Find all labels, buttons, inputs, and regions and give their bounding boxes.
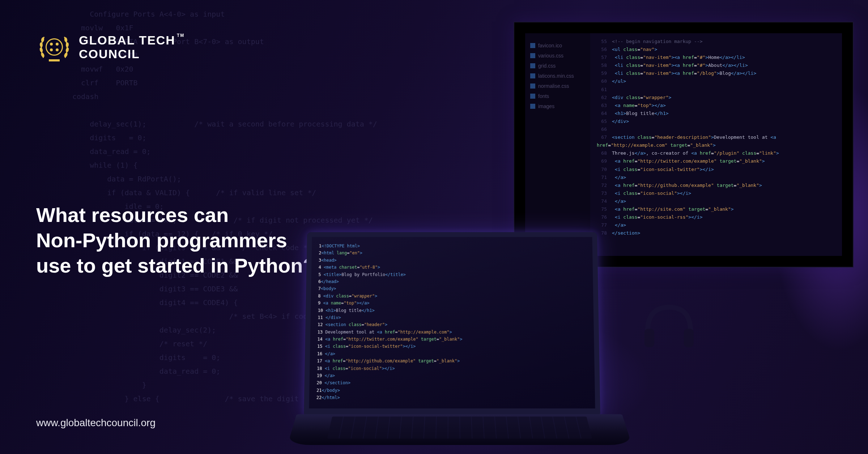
svg-point-11 — [56, 43, 59, 46]
code-line: 66 — [597, 125, 835, 133]
code-line: 14 <a href="http://twitter.com/example" … — [317, 336, 587, 343]
svg-point-1 — [39, 47, 43, 53]
file-icon — [530, 63, 535, 68]
code-line: 59 <li class="nav-item"><a href="/blog">… — [597, 69, 835, 77]
code-line: 10 <h1>Blog title</h1> — [318, 307, 587, 314]
file-label: fonts — [538, 93, 549, 99]
headline-line2: Non-Python programmers — [36, 228, 315, 253]
code-editor: favicon.icovarious.cssgrid.csslaticons.m… — [525, 33, 842, 256]
code-line: 57 <li class="nav-item"><a href="#">Home… — [597, 53, 835, 61]
svg-rect-15 — [644, 329, 654, 347]
code-line: 18 <i class="icon-social"></i> — [317, 365, 587, 372]
code-line: 16 </a> — [317, 350, 587, 357]
code-line: 74 </a> — [597, 197, 835, 205]
code-line: 7<body> — [318, 285, 586, 292]
file-label: normalise.css — [538, 83, 569, 89]
svg-rect-16 — [684, 329, 694, 347]
code-line: 8 <div class="wrapper"> — [318, 292, 586, 300]
svg-point-10 — [50, 43, 53, 46]
file-label: laticons.min.css — [538, 73, 574, 79]
svg-point-0 — [40, 52, 45, 58]
code-line: 71 </a> — [597, 174, 835, 181]
sidebar-file-item: fonts — [529, 91, 587, 101]
code-line: 12 <section class="header"> — [318, 321, 587, 329]
headline-text: What resources can Non-Python programmer… — [36, 202, 315, 278]
code-line: 77 </a> — [597, 221, 835, 229]
file-icon — [530, 53, 535, 58]
code-line: 76 <i class="icon-social-rss"></i> — [597, 213, 835, 221]
svg-point-9 — [47, 39, 62, 55]
code-line: 75 <a href="http://site.com" target="_bl… — [597, 205, 835, 213]
trademark-symbol: TM — [177, 33, 184, 38]
file-icon — [530, 94, 535, 99]
code-line: 64 <h1>Blog title</h1> — [597, 110, 835, 117]
code-line: 17 <a href="http://github.com/example" t… — [317, 357, 587, 365]
code-line: 62<div class="wrapper"> — [597, 94, 835, 102]
code-line: 22</html> — [316, 394, 588, 401]
svg-point-12 — [50, 48, 53, 51]
code-line: 9 <a name="top"></a> — [318, 300, 586, 307]
file-icon — [530, 83, 535, 89]
code-line: 3<head> — [319, 257, 586, 264]
code-line: 13 Development tool at <a href="http://e… — [318, 329, 587, 336]
file-icon — [530, 73, 535, 78]
code-line: 21</body> — [316, 387, 588, 394]
file-icon — [530, 104, 535, 109]
sidebar-file-item: grid.css — [529, 61, 587, 71]
code-line: 56<ul class="nav"> — [597, 46, 835, 53]
code-line: 65</div> — [597, 117, 835, 125]
code-line: 72 <a href="http://github.com/example" t… — [597, 181, 835, 189]
code-line: 60</ul> — [597, 77, 835, 85]
code-line: 63 <a name="top"></a> — [597, 102, 835, 110]
laptop-screen: 1<!DOCTYPE html>2<html lang="en">3<head>… — [304, 232, 600, 416]
laptop-code-pane: 1<!DOCTYPE html>2<html lang="en">3<head>… — [316, 243, 588, 402]
code-line: 11 </div> — [318, 314, 586, 321]
sidebar-file-item: images — [529, 101, 587, 111]
footer-url: www.globaltechcouncil.org — [36, 417, 156, 429]
code-line: 69 <a href="http://twitter.com/example" … — [597, 157, 835, 165]
sidebar-file-item: laticons.min.css — [529, 71, 587, 81]
brand-logo: GLOBAL TECH TM COUNCIL — [36, 29, 184, 65]
sidebar-file-item: favicon.ico — [529, 40, 587, 51]
laptop-keyboard — [288, 414, 632, 445]
laurel-badge-icon — [36, 29, 72, 65]
code-line: 73 <i class="icon-social"></i> — [597, 189, 835, 197]
code-line: 19 </a> — [317, 372, 588, 379]
code-line: 15 <i class="icon-social-twitter"></i> — [317, 343, 587, 350]
file-label: images — [538, 103, 554, 109]
sidebar-file-item: various.css — [529, 51, 587, 61]
code-line: 70 <i class="icon-social-twitter"></i> — [597, 166, 835, 174]
code-line: 55<!-- begin navigation markup --> — [597, 38, 835, 46]
code-line: 20 </section> — [316, 380, 587, 387]
file-label: grid.css — [538, 63, 556, 69]
svg-point-5 — [65, 47, 69, 53]
file-label: various.css — [538, 53, 563, 59]
code-line: 1<!DOCTYPE html> — [319, 243, 586, 250]
brand-line1: GLOBAL TECH — [79, 34, 175, 46]
headline-line1: What resources can — [36, 202, 315, 228]
svg-point-4 — [63, 52, 68, 58]
svg-point-13 — [56, 48, 59, 51]
svg-rect-14 — [49, 59, 60, 61]
code-line: 78</section> — [597, 229, 835, 237]
code-line: 67<section class="header-description">De… — [597, 133, 835, 149]
code-line: 58 <li class="nav-item"><a href="#">Abou… — [597, 61, 835, 69]
code-line: 68Three.js</a>, co-creator of <a href="/… — [597, 149, 835, 157]
editor-sidebar: favicon.icovarious.cssgrid.csslaticons.m… — [525, 33, 590, 256]
file-icon — [530, 43, 535, 48]
headline-line3: use to get started in Python? — [36, 253, 315, 278]
file-label: favicon.ico — [538, 43, 562, 48]
sidebar-file-item: normalise.css — [529, 81, 587, 91]
laptop: 1<!DOCTYPE html>2<html lang="en">3<head>… — [297, 228, 608, 454]
code-line: 4 <meta charset="utf-8"> — [319, 264, 586, 271]
code-line: 2<html lang="en"> — [319, 250, 586, 257]
editor-code-pane: 55<!-- begin navigation markup -->56<ul … — [590, 33, 842, 256]
headphones-icon — [637, 295, 702, 356]
brand-line2: COUNCIL — [79, 48, 184, 60]
code-line: 61 — [597, 86, 835, 94]
code-line: 5 <title>Blog by Portfolio</title> — [318, 271, 586, 278]
brand-text: GLOBAL TECH TM COUNCIL — [79, 34, 184, 60]
code-line: 6</head> — [318, 278, 586, 285]
